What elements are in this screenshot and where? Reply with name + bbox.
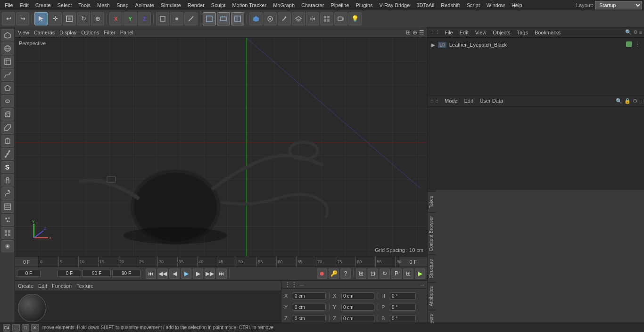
undo-button[interactable]: ↩ <box>2 12 15 25</box>
obj-menu-edit[interactable]: Edit <box>458 30 471 35</box>
vp-ctrl-1[interactable]: ⊞ <box>406 29 411 36</box>
menu-create[interactable]: Create <box>33 1 54 9</box>
menu-3dtoall[interactable]: 3DToAll <box>413 1 437 9</box>
keyframe-param-button[interactable]: P <box>391 268 402 279</box>
keyframe-rotate-button[interactable]: ↻ <box>380 268 390 279</box>
menu-mesh[interactable]: Mesh <box>94 1 113 9</box>
mirror-button[interactable] <box>306 12 319 25</box>
step-back-button[interactable]: ◀ <box>169 268 180 279</box>
timeline-ruler[interactable]: 0 5 10 15 20 25 30 35 40 45 50 55 60 65 … <box>39 257 399 267</box>
axis-z-button[interactable]: Z <box>138 12 151 25</box>
viewport-menu-cameras[interactable]: Cameras <box>34 30 55 35</box>
keyframe-scale-button[interactable]: ⊡ <box>368 268 378 279</box>
axis-x-button[interactable]: X <box>109 12 123 25</box>
menu-character[interactable]: Character <box>298 1 327 9</box>
attr-menu-mode[interactable]: Mode <box>443 98 460 104</box>
coord-z-size[interactable] <box>341 315 374 322</box>
auto-key-button[interactable]: 🔑 <box>329 268 339 279</box>
grid-view-button[interactable] <box>320 12 333 25</box>
mat-menu-edit[interactable]: Edit <box>38 283 47 289</box>
select-tool-button[interactable] <box>34 12 48 25</box>
viewport-menu-view[interactable]: View <box>18 30 29 35</box>
redo-button[interactable]: ↪ <box>16 12 29 25</box>
next-frame-button[interactable]: ▶▶ <box>205 268 215 279</box>
keyframe-move-button[interactable]: ⊞ <box>356 268 366 279</box>
render-region-button[interactable] <box>203 12 216 25</box>
menu-edit[interactable]: Edit <box>17 1 32 9</box>
nurbs-tool[interactable] <box>1 121 14 134</box>
timeline[interactable]: 0 F 0 5 10 15 20 25 30 35 40 45 50 55 60… <box>15 257 427 267</box>
status-icon-cinema[interactable]: C4 <box>3 324 10 332</box>
status-icon-max[interactable]: □ <box>22 324 29 332</box>
knife-button[interactable] <box>278 12 291 25</box>
viewport-menu-options[interactable]: Options <box>81 30 99 35</box>
mat-menu-create[interactable]: Create <box>18 283 33 289</box>
coord-x-size[interactable] <box>341 292 374 300</box>
model-tool[interactable] <box>1 29 14 41</box>
menu-render[interactable]: Render <box>185 1 207 9</box>
menu-sculpt[interactable]: Sculpt <box>208 1 229 9</box>
menu-simulate[interactable]: Simulate <box>158 1 184 9</box>
texture-tool[interactable] <box>1 42 14 55</box>
joint-tool[interactable] <box>1 148 14 160</box>
s-tool[interactable]: S <box>1 161 14 173</box>
menu-script[interactable]: Script <box>464 1 483 9</box>
coord-b-rot[interactable] <box>390 315 416 322</box>
tab-takes[interactable]: Takes <box>428 192 436 212</box>
menu-plugins[interactable]: Plugins <box>353 1 375 9</box>
menu-redshift[interactable]: Redshift <box>438 1 462 9</box>
coord-y-pos[interactable] <box>293 304 326 311</box>
obj-menu-view[interactable]: View <box>473 30 488 35</box>
magnet-tool[interactable] <box>1 174 14 186</box>
play-button[interactable]: ▶ <box>181 268 191 279</box>
extrude-button[interactable] <box>292 12 305 25</box>
light-button[interactable]: 💡 <box>348 12 362 25</box>
status-icon-close[interactable]: ✕ <box>31 324 39 332</box>
mat-menu-function[interactable]: Function <box>52 283 72 289</box>
layout-dropdown[interactable]: Startup <box>595 1 642 9</box>
keyframe-grid-button[interactable]: ⊞ <box>403 268 413 279</box>
parametric-tool[interactable] <box>1 82 14 94</box>
viewport-menu-panel[interactable]: Panel <box>120 30 133 35</box>
tab-content-browser[interactable]: Content Browser <box>428 212 436 255</box>
layer-tool[interactable] <box>1 201 14 213</box>
paint-tool[interactable] <box>1 240 14 252</box>
obj-menu-bookmarks[interactable]: Bookmarks <box>533 30 562 35</box>
object-mode-button[interactable] <box>156 12 169 25</box>
obj-menu-file[interactable]: File <box>443 30 455 35</box>
snake-tool[interactable] <box>1 187 14 200</box>
frame-mid-input[interactable] <box>58 270 81 277</box>
render-view-button[interactable] <box>217 12 230 25</box>
vp-ctrl-2[interactable]: ⊕ <box>413 29 417 36</box>
jump-start-button[interactable]: ⏮ <box>146 268 156 279</box>
mat-menu-texture[interactable]: Texture <box>76 283 93 289</box>
menu-pipeline[interactable]: Pipeline <box>328 1 352 9</box>
render-settings-button[interactable] <box>231 12 244 25</box>
attr-menu-edit[interactable]: Edit <box>462 98 475 104</box>
capsule-tool[interactable] <box>1 95 14 107</box>
viewport-menu-filter[interactable]: Filter <box>104 30 115 35</box>
spline-tool[interactable] <box>1 69 14 81</box>
rotate-tool-button[interactable]: ↻ <box>77 12 90 25</box>
scale-tool-button[interactable]: ⊕ <box>91 12 104 25</box>
cube-front-button[interactable] <box>249 12 263 25</box>
camera-button[interactable] <box>334 12 347 25</box>
motion-clip-button[interactable]: ? <box>340 268 351 279</box>
menu-file[interactable]: File <box>2 1 16 9</box>
menu-motion-tracker[interactable]: Motion Tracker <box>229 1 269 9</box>
box-select-button[interactable] <box>63 12 76 25</box>
viewport-canvas[interactable]: Perspective X Y Z Grid Spacing : 10 cm <box>15 38 427 257</box>
box-tool[interactable] <box>1 108 14 121</box>
menu-snap[interactable]: Snap <box>114 1 132 9</box>
grid-tool[interactable] <box>1 227 14 239</box>
material-swatch-eyepatch[interactable] <box>18 294 46 322</box>
menu-mograph[interactable]: MoGraph <box>270 1 297 9</box>
cube-pen-button[interactable] <box>264 12 277 25</box>
obj-menu-objects[interactable]: Objects <box>491 30 512 35</box>
jump-end-button[interactable]: ⏭ <box>216 268 227 279</box>
move-tool-button[interactable]: ✛ <box>49 12 62 25</box>
obj-item-eyepatch[interactable]: ▶ L0 Leather_Eyepatch_Black ⋮ <box>429 40 642 50</box>
attr-menu-userdata[interactable]: User Data <box>478 98 505 104</box>
menu-select[interactable]: Select <box>55 1 75 9</box>
menu-vray[interactable]: V-Ray Bridge <box>377 1 413 9</box>
